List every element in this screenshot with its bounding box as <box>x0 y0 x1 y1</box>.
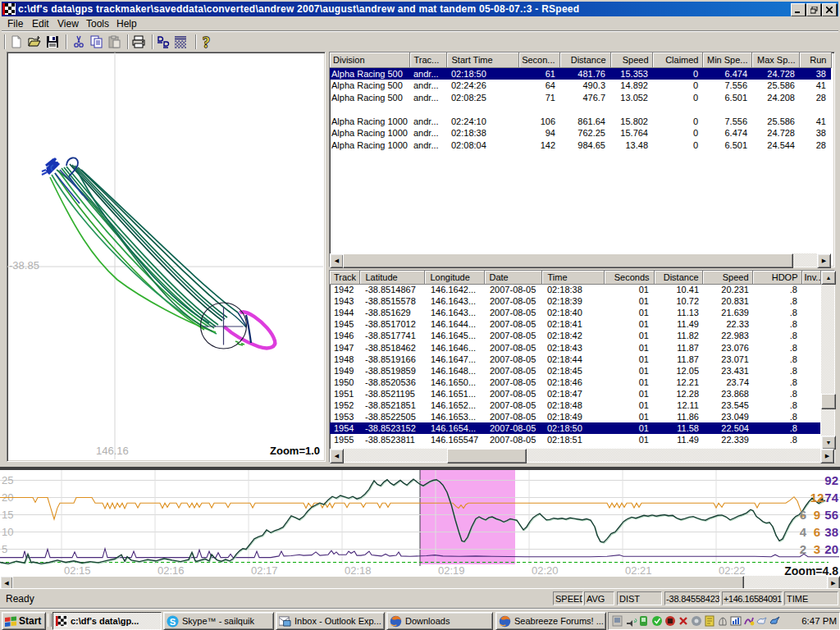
svg-text:15: 15 <box>2 509 13 521</box>
svg-text:02:15: 02:15 <box>64 564 91 577</box>
svg-text:9: 9 <box>814 508 820 522</box>
svg-text:10: 10 <box>2 526 13 538</box>
svg-text:6: 6 <box>814 525 820 539</box>
svg-text:5: 5 <box>2 543 7 555</box>
svg-text:20: 20 <box>824 542 838 556</box>
svg-text:02:22: 02:22 <box>719 564 746 577</box>
svg-text:2: 2 <box>800 542 806 556</box>
svg-text:02:21: 02:21 <box>625 564 652 577</box>
svg-text:74: 74 <box>824 491 838 504</box>
svg-text:25: 25 <box>2 474 13 486</box>
svg-text:-38.85: -38.85 <box>9 259 39 272</box>
svg-text:02:19: 02:19 <box>438 564 465 577</box>
svg-text:4: 4 <box>800 525 807 539</box>
svg-text:56: 56 <box>824 508 838 522</box>
svg-text:146.16: 146.16 <box>96 445 129 457</box>
svg-text:38: 38 <box>824 525 838 539</box>
svg-text:02:18: 02:18 <box>345 564 372 577</box>
svg-text:S: S <box>170 616 176 626</box>
svg-text:?: ? <box>203 35 210 48</box>
svg-text:Zoom=1.0: Zoom=1.0 <box>270 445 320 457</box>
svg-text:3: 3 <box>814 542 820 556</box>
svg-text:02:17: 02:17 <box>251 564 278 577</box>
svg-text:6: 6 <box>800 508 806 522</box>
svg-text:12: 12 <box>810 491 824 504</box>
svg-text:02:20: 02:20 <box>532 564 559 577</box>
svg-text:92: 92 <box>824 473 838 487</box>
svg-text:02:16: 02:16 <box>158 564 185 577</box>
